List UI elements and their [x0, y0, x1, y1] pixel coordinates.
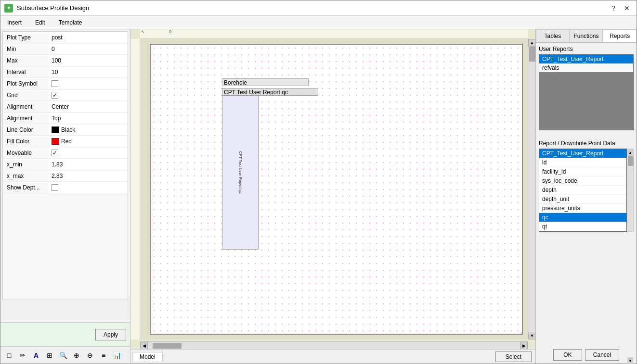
tool-zoom[interactable]: 🔍	[57, 350, 69, 361]
prop-label-grid: Grid	[3, 91, 49, 100]
prop-value-showdepth	[49, 182, 128, 193]
help-button[interactable]: ?	[608, 3, 619, 13]
user-reports-empty-area	[539, 72, 633, 130]
downhole-title: Report / Downhole Point Data	[539, 140, 634, 147]
prop-label-showdepth: Show Dept...	[3, 183, 49, 192]
prop-label-moveable: Moveable	[3, 149, 49, 157]
tool-pencil[interactable]: ✏	[17, 350, 28, 361]
prop-row-xmax: x_max 2.83	[3, 170, 128, 182]
prop-value-plotsymbol	[49, 78, 128, 89]
v-scroll-up[interactable]: ▲	[528, 39, 535, 47]
prop-row-alignment-horiz: Alignment Center	[3, 101, 128, 113]
prop-label-alignment-horiz: Alignment	[3, 102, 49, 111]
tab-functions[interactable]: Functions	[570, 29, 603, 42]
downhole-section: Report / Downhole Point Data CPT_Test_Us…	[536, 137, 637, 235]
prop-label-xmin: x_min	[3, 160, 49, 169]
main-window: ✦ Subsurface Profile Design ? ✕ Insert E…	[0, 0, 637, 364]
grid-checkbox[interactable]: ✓	[52, 92, 58, 99]
bottom-toolbar: □ ✏ A ⊞ 🔍 ⊕ ⊖ ≡ 📊	[0, 346, 130, 364]
downhole-item-3[interactable]: depth	[539, 186, 626, 195]
prop-row-moveable: Moveable ✓	[3, 147, 128, 159]
tab-reports[interactable]: Reports	[603, 29, 637, 42]
menu-template[interactable]: Template	[56, 18, 85, 27]
prop-value-interval: 10	[49, 67, 128, 77]
menu-bar: Insert Edit Template	[0, 16, 637, 29]
tool-text[interactable]: A	[30, 350, 42, 361]
v-scroll-down[interactable]: ▼	[528, 332, 535, 339]
right-tabs: Tables Functions Reports	[536, 29, 637, 43]
prop-value-moveable: ✓	[49, 148, 128, 158]
downhole-item-2[interactable]: sys_loc_code	[539, 176, 626, 186]
canvas-tab-model[interactable]: Model	[132, 352, 163, 361]
h-scroll-thumb[interactable]	[153, 343, 182, 349]
showdepth-checkbox[interactable]	[52, 184, 58, 191]
canvas-area: 0 ↖ Borehole	[130, 29, 535, 364]
canvas-bottom-bar: Model Select	[130, 349, 535, 364]
downhole-item-7[interactable]: qt	[539, 222, 626, 231]
menu-insert[interactable]: Insert	[4, 18, 25, 27]
prop-row-xmin: x_min 1.83	[3, 159, 128, 170]
downhole-item-1[interactable]: facility_id	[539, 167, 626, 176]
plotsymbol-checkbox[interactable]	[52, 80, 58, 87]
title-bar-left: ✦ Subsurface Profile Design	[4, 4, 89, 13]
prop-value-plottype: post	[49, 32, 128, 43]
prop-row-interval: Interval 10	[3, 66, 128, 78]
downhole-item-5[interactable]: pressure_units	[539, 204, 626, 213]
downhole-item-6[interactable]: qc	[539, 213, 626, 222]
downhole-scroll-down[interactable]: ▼	[627, 357, 633, 364]
report-container[interactable]: Borehole CPT Test User Report qc CPT Tes…	[222, 88, 318, 250]
window-title: Subsurface Profile Design	[17, 4, 89, 12]
tool-grid[interactable]: ⊞	[44, 350, 55, 361]
downhole-item-0[interactable]: id	[539, 158, 626, 167]
linecolor-swatch	[52, 126, 59, 133]
select-button[interactable]: Select	[495, 351, 532, 362]
prop-row-min: Min 0	[3, 43, 128, 55]
apply-button[interactable]: Apply	[95, 329, 126, 340]
ok-button[interactable]: OK	[553, 349, 582, 361]
fillcolor-swatch	[52, 138, 59, 145]
tab-tables[interactable]: Tables	[536, 29, 570, 42]
tool-chart[interactable]: 📊	[111, 350, 123, 361]
prop-label-plotsymbol: Plot Symbol	[3, 79, 49, 88]
prop-row-plotsymbol: Plot Symbol	[3, 78, 128, 89]
downhole-scrollbar[interactable]: ▲ ▼	[627, 149, 634, 232]
user-reports-list: CPT_Test_User_Report refvals	[539, 54, 634, 130]
menu-edit[interactable]: Edit	[32, 18, 48, 27]
properties-scroll[interactable]: Plot Type post Min 0 Max 100 Interval 10	[2, 31, 128, 300]
prop-label-xmax: x_max	[3, 172, 49, 180]
canvas-scroll-area[interactable]: 0 ↖ Borehole	[130, 29, 535, 349]
tool-zoom-in[interactable]: ⊕	[71, 350, 82, 361]
left-panel: Plot Type post Min 0 Max 100 Interval 10	[0, 29, 130, 364]
prop-label-min: Min	[3, 45, 49, 53]
downhole-scroll-thumb[interactable]	[628, 156, 634, 166]
user-reports-section: User Reports CPT_Test_User_Report refval…	[536, 43, 637, 137]
h-scroll-right[interactable]: ▶	[520, 342, 528, 350]
prop-row-fillcolor: Fill Color Red	[3, 136, 128, 147]
prop-row-linecolor: Line Color Black	[3, 124, 128, 136]
cancel-button[interactable]: Cancel	[585, 349, 619, 361]
user-reports-title: User Reports	[539, 46, 634, 52]
h-scroll-left[interactable]: ◀	[140, 342, 148, 350]
v-scrollbar[interactable]: ▲ ▼	[528, 39, 535, 339]
close-button[interactable]: ✕	[621, 3, 633, 13]
tool-zoom-out[interactable]: ⊖	[84, 350, 96, 361]
user-report-item-0[interactable]: CPT_Test_User_Report	[539, 55, 633, 63]
main-area: Plot Type post Min 0 Max 100 Interval 10	[0, 29, 637, 364]
v-scroll-thumb[interactable]	[529, 47, 535, 62]
moveable-checkbox[interactable]: ✓	[52, 150, 58, 156]
dotted-grid	[151, 45, 522, 334]
tool-rect[interactable]: □	[3, 350, 15, 361]
prop-row-max: Max 100	[3, 55, 128, 66]
app-icon: ✦	[4, 4, 13, 13]
prop-row-grid: Grid ✓	[3, 89, 128, 101]
downhole-item-4[interactable]: depth_unit	[539, 195, 626, 204]
prop-value-alignment-vert: Top	[49, 113, 128, 124]
prop-row-plottype: Plot Type post	[3, 32, 128, 43]
tool-align[interactable]: ≡	[98, 350, 109, 361]
downhole-header-item[interactable]: CPT_Test_User_Report	[539, 149, 626, 158]
h-scrollbar[interactable]: ◀ ▶	[140, 341, 528, 349]
user-report-item-1[interactable]: refvals	[539, 63, 633, 72]
report-borehole-label: Borehole	[222, 78, 309, 86]
report-title-bar: CPT Test User Report qc	[222, 88, 318, 96]
downhole-scroll-up[interactable]: ▲	[627, 149, 633, 156]
